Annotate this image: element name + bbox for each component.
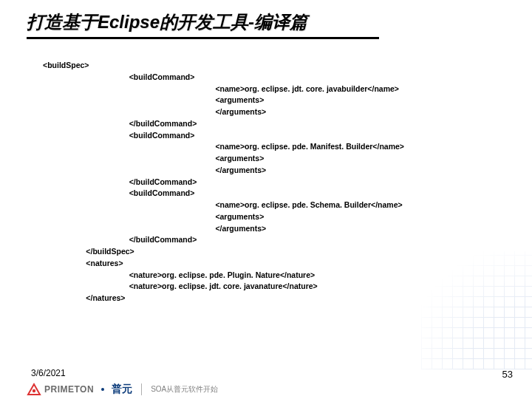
slide-footer: 3/6/2021 53 PRIMETON 普元 SOA从普元软件开始 <box>0 364 532 399</box>
slide-title: 打造基于Eclipse的开发工具-编译篇 <box>0 0 532 37</box>
footer-divider <box>141 383 142 395</box>
footer-tagline: SOA从普元软件开始 <box>151 384 218 395</box>
logo-separator-dot <box>101 388 104 391</box>
footer-logo-area: PRIMETON 普元 SOA从普元软件开始 <box>27 383 218 396</box>
xml-code-block: <buildSpec> <buildCommand> <name>org. ec… <box>0 39 532 304</box>
svg-point-0 <box>33 389 35 392</box>
page-number: 53 <box>502 369 513 380</box>
primeton-cjk-logo: 普元 <box>112 383 132 396</box>
primeton-logo-text: PRIMETON <box>44 384 94 395</box>
primeton-logo-icon <box>27 383 41 396</box>
footer-date: 3/6/2021 <box>31 368 66 378</box>
